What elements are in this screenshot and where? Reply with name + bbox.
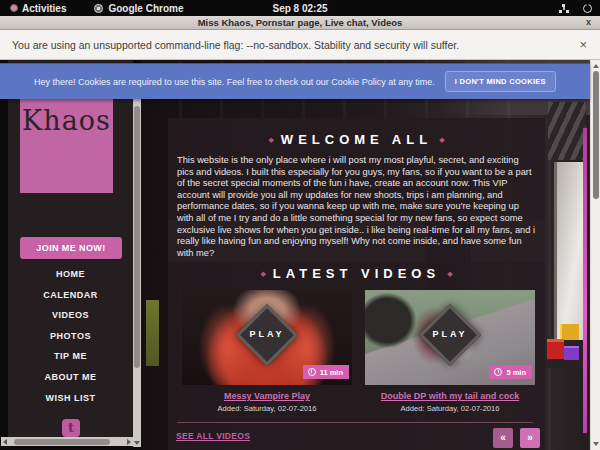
twitter-icon[interactable]: t — [62, 419, 80, 437]
cookie-message: Hey there! Cookies are required to use t… — [34, 77, 435, 87]
sidebar-scroll-left-icon[interactable] — [3, 439, 7, 445]
sidebar-horizontal-scrollbar-thumb[interactable] — [14, 439, 110, 445]
system-top-bar: Activities Google Chrome Sep 8 02:25 — [0, 0, 600, 16]
background-window-top — [548, 102, 586, 160]
sidebar-scroll-down-icon[interactable] — [134, 441, 140, 445]
sidebar-horizontal-scrollbar[interactable] — [1, 437, 133, 446]
clock[interactable]: Sep 8 02:25 — [0, 3, 600, 14]
duration-label: 5 min — [506, 368, 526, 377]
duration-badge: 11 min — [303, 365, 349, 379]
background-magenta-streak — [583, 128, 587, 433]
gift-box-yellow — [560, 324, 579, 340]
heading-diamond-icon: ◆ — [261, 136, 280, 144]
section-divider — [177, 422, 533, 423]
video-added-date: Added: Saturday, 02-07-2016 — [365, 404, 535, 413]
video-card: PLAY 5 min Double DP with my tail and co… — [365, 290, 535, 413]
play-button-label[interactable]: PLAY — [365, 329, 535, 339]
main-content-panel: ◆WELCOME ALL◆ This website is the only p… — [168, 118, 545, 450]
sidebar-item-videos[interactable]: VIDEOS — [8, 305, 133, 326]
welcome-heading: ◆WELCOME ALL◆ — [168, 132, 545, 147]
welcome-paragraph: This website is the only place where i w… — [177, 155, 536, 259]
sidebar-item-tip-me[interactable]: TIP ME — [8, 346, 133, 367]
network-icon[interactable] — [559, 4, 569, 13]
power-icon[interactable] — [583, 4, 592, 13]
window-close-icon[interactable]: x — [586, 17, 591, 27]
infobar-message: You are using an unsupported command-lin… — [12, 39, 459, 51]
duration-label: 11 min — [320, 368, 343, 377]
infobar-close-icon[interactable]: × — [579, 37, 587, 52]
sidebar-vertical-scrollbar[interactable] — [133, 98, 141, 447]
heading-diamond-icon: ◆ — [440, 270, 459, 278]
sidebar-vertical-scrollbar-thumb[interactable] — [134, 106, 140, 368]
video-thumbnail[interactable]: PLAY 5 min — [365, 290, 535, 385]
pagination-prev-button[interactable]: « — [493, 428, 513, 448]
play-button-label[interactable]: PLAY — [182, 329, 352, 339]
join-me-now-button[interactable]: JOIN ME NOW! — [20, 237, 122, 259]
scroll-up-icon[interactable] — [593, 64, 599, 68]
sidebar-item-photos[interactable]: PHOTOS — [8, 326, 133, 347]
sidebar-item-wish-list[interactable]: WISH LIST — [8, 388, 133, 409]
latest-videos-heading-text: LATEST VIDEOS — [273, 266, 440, 281]
browser-scrollbar-thumb[interactable] — [593, 71, 599, 199]
sidebar-item-about-me[interactable]: ABOUT ME — [8, 367, 133, 388]
sidebar-scroll-right-icon[interactable] — [127, 439, 131, 445]
background-green-patch — [146, 300, 159, 366]
video-thumbnail[interactable]: PLAY 11 min — [182, 290, 352, 385]
scroll-down-icon[interactable] — [593, 442, 599, 446]
clock-icon — [494, 368, 502, 376]
video-title-link[interactable]: Double DP with my tail and cock — [365, 391, 535, 401]
sidebar-menu: HOME CALENDAR VIDEOS PHOTOS TIP ME ABOUT… — [8, 264, 133, 408]
window-title: Miss Khaos, Pornstar page, Live chat, Vi… — [198, 17, 403, 28]
gift-box-red — [547, 339, 564, 359]
sidebar: Miss Khaos JOIN ME NOW! HOME CALENDAR VI… — [8, 60, 133, 437]
cookie-banner: Hey there! Cookies are required to use t… — [0, 63, 590, 99]
duration-badge: 5 min — [489, 365, 532, 379]
logo-line-khaos: Khaos — [20, 106, 113, 136]
video-title-link[interactable]: Messy Vampire Play — [182, 391, 352, 401]
pagination-next-button[interactable]: » — [520, 428, 540, 448]
page-viewport: Miss Khaos JOIN ME NOW! HOME CALENDAR VI… — [0, 60, 600, 450]
sidebar-item-calendar[interactable]: CALENDAR — [8, 285, 133, 306]
cookie-accept-button[interactable]: I DON'T MIND COOKIES — [445, 71, 556, 92]
browser-title-bar: Miss Khaos, Pornstar page, Live chat, Vi… — [0, 16, 600, 30]
heading-diamond-icon: ◆ — [253, 270, 272, 278]
video-card-row: PLAY 11 min Messy Vampire Play Added: Sa… — [182, 290, 535, 413]
clock-icon — [308, 368, 316, 376]
latest-videos-heading: ◆LATEST VIDEOS◆ — [168, 266, 545, 281]
chrome-infobar: You are using an unsupported command-lin… — [0, 30, 600, 60]
sidebar-item-home[interactable]: HOME — [8, 264, 133, 285]
video-card: PLAY 11 min Messy Vampire Play Added: Sa… — [182, 290, 352, 413]
see-all-videos-link[interactable]: SEE ALL VIDEOS — [176, 431, 250, 441]
welcome-heading-text: WELCOME ALL — [281, 132, 432, 147]
video-added-date: Added: Saturday, 02-07-2016 — [182, 404, 352, 413]
gift-box-purple — [564, 346, 579, 361]
browser-scrollbar[interactable] — [590, 60, 600, 450]
heading-diamond-icon: ◆ — [432, 136, 451, 144]
background-window — [554, 162, 586, 340]
